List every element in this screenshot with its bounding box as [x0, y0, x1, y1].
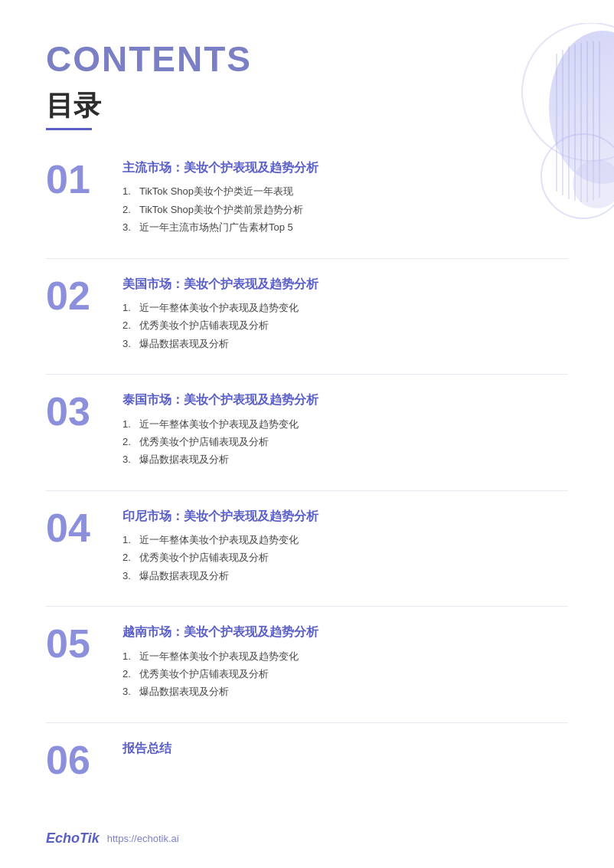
- section-divider: [46, 490, 568, 491]
- list-item: 3.爆品数据表现及分析: [122, 335, 568, 352]
- section-number-3: 03: [46, 391, 122, 431]
- section-heading-6: 报告总结: [122, 740, 568, 757]
- list-item: 2.优秀美妆个护店铺表现及分析: [122, 665, 568, 683]
- section-number-2: 02: [46, 276, 122, 316]
- toc-section-4: 04印尼市场：美妆个护表现及趋势分析1.近一年整体美妆个护表现及趋势变化2.优秀…: [46, 506, 568, 585]
- list-item: 3.爆品数据表现及分析: [122, 683, 568, 700]
- mulu-underline: [46, 128, 92, 130]
- toc-section-6: 06报告总结: [46, 739, 568, 780]
- page: CONTENTS 目录 01主流市场：美妆个护表现及趋势分析1.TikTok S…: [0, 0, 614, 868]
- section-items-3: 1.近一年整体美妆个护表现及趋势变化2.优秀美妆个护店铺表现及分析3.爆品数据表…: [122, 415, 568, 469]
- footer-url: https://echotik.ai: [107, 833, 179, 844]
- list-item: 1.近一年整体美妆个护表现及趋势变化: [122, 647, 568, 665]
- list-item: 2.优秀美妆个护店铺表现及分析: [122, 316, 568, 334]
- section-heading-4: 印尼市场：美妆个护表现及趋势分析: [122, 508, 568, 525]
- section-number-4: 04: [46, 508, 122, 548]
- list-item: 1.近一年整体美妆个护表现及趋势变化: [122, 299, 568, 316]
- list-item: 3.爆品数据表现及分析: [122, 567, 568, 585]
- section-divider: [46, 374, 568, 375]
- section-divider: [46, 722, 568, 723]
- deco-top-right: [484, 23, 614, 237]
- section-number-1: 01: [46, 159, 122, 199]
- section-content-4: 印尼市场：美妆个护表现及趋势分析1.近一年整体美妆个护表现及趋势变化2.优秀美妆…: [122, 506, 568, 585]
- list-item: 2.优秀美妆个护店铺表现及分析: [122, 433, 568, 450]
- section-heading-3: 泰国市场：美妆个护表现及趋势分析: [122, 391, 568, 408]
- section-number-6: 06: [46, 740, 122, 780]
- list-item: 1.近一年整体美妆个护表现及趋势变化: [122, 415, 568, 433]
- section-divider: [46, 258, 568, 259]
- list-item: 1.近一年整体美妆个护表现及趋势变化: [122, 531, 568, 549]
- section-divider: [46, 606, 568, 607]
- section-items-5: 1.近一年整体美妆个护表现及趋势变化2.优秀美妆个护店铺表现及分析3.爆品数据表…: [122, 647, 568, 701]
- section-items-2: 1.近一年整体美妆个护表现及趋势变化2.优秀美妆个护店铺表现及分析3.爆品数据表…: [122, 299, 568, 352]
- logo: EchoTik: [46, 830, 100, 847]
- section-number-5: 05: [46, 624, 122, 663]
- toc-section-5: 05越南市场：美妆个护表现及趋势分析1.近一年整体美妆个护表现及趋势变化2.优秀…: [46, 622, 568, 701]
- toc-section-3: 03泰国市场：美妆个护表现及趋势分析1.近一年整体美妆个护表现及趋势变化2.优秀…: [46, 390, 568, 469]
- footer: EchoTik https://echotik.ai: [46, 830, 179, 847]
- section-heading-2: 美国市场：美妆个护表现及趋势分析: [122, 276, 568, 293]
- section-items-4: 1.近一年整体美妆个护表现及趋势变化2.优秀美妆个护店铺表现及分析3.爆品数据表…: [122, 531, 568, 585]
- list-item: 2.优秀美妆个护店铺表现及分析: [122, 549, 568, 566]
- section-heading-5: 越南市场：美妆个护表现及趋势分析: [122, 624, 568, 640]
- toc-section-2: 02美国市场：美妆个护表现及趋势分析1.近一年整体美妆个护表现及趋势变化2.优秀…: [46, 274, 568, 353]
- section-content-5: 越南市场：美妆个护表现及趋势分析1.近一年整体美妆个护表现及趋势变化2.优秀美妆…: [122, 622, 568, 701]
- section-content-6: 报告总结: [122, 739, 568, 763]
- section-content-3: 泰国市场：美妆个护表现及趋势分析1.近一年整体美妆个护表现及趋势变化2.优秀美妆…: [122, 390, 568, 469]
- section-content-2: 美国市场：美妆个护表现及趋势分析1.近一年整体美妆个护表现及趋势变化2.优秀美妆…: [122, 274, 568, 353]
- toc-container: 01主流市场：美妆个护表现及趋势分析1.TikTok Shop美妆个护类近一年表…: [46, 158, 568, 780]
- list-item: 3.爆品数据表现及分析: [122, 450, 568, 468]
